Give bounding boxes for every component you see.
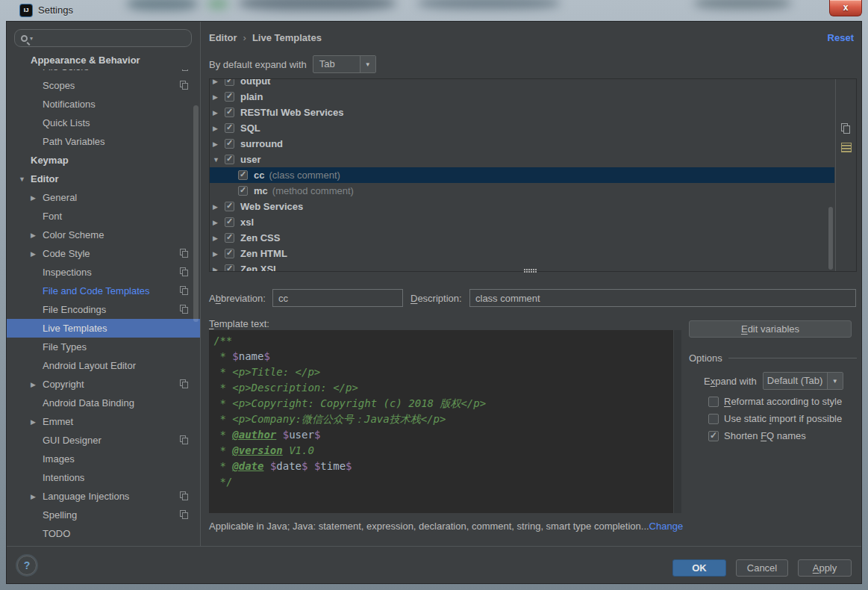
edit-variables-button[interactable]: Edit variables: [689, 320, 852, 338]
chevron-right-icon[interactable]: ▶: [213, 250, 225, 258]
sidebar-item-spelling[interactable]: Spelling: [7, 506, 200, 524]
sidebar-item-font[interactable]: Font: [7, 207, 200, 226]
change-link[interactable]: Change: [649, 521, 684, 532]
template-checkbox[interactable]: [225, 249, 234, 258]
chevron-right-icon[interactable]: ▶: [213, 125, 225, 132]
search-options-caret-icon[interactable]: ▾: [30, 35, 33, 42]
template-row-zen-xsl[interactable]: ▶Zen XSL: [210, 261, 834, 271]
title-bar[interactable]: IJ Settings x: [0, 0, 868, 21]
template-checkbox[interactable]: [225, 92, 234, 102]
sidebar-item-emmet[interactable]: ▶Emmet: [7, 412, 200, 431]
option-checkbox-shorten-fq-names[interactable]: Shorten FQ names: [708, 430, 857, 441]
chevron-right-icon[interactable]: ▶: [31, 250, 43, 258]
reset-link[interactable]: Reset: [828, 32, 854, 43]
template-checkbox[interactable]: [225, 264, 234, 271]
checkbox-icon[interactable]: [708, 414, 719, 424]
sidebar-item-android-layout-editor[interactable]: Android Layout Editor: [7, 356, 200, 375]
template-row-zen-css[interactable]: ▶Zen CSS: [210, 230, 834, 246]
splitter-grip[interactable]: [524, 269, 537, 273]
close-icon[interactable]: x: [829, 0, 862, 16]
chevron-right-icon[interactable]: ▶: [213, 235, 225, 242]
help-icon[interactable]: ?: [17, 556, 37, 575]
option-checkbox-use-static-import-if-possible[interactable]: Use static import if possible: [708, 413, 857, 424]
template-checkbox[interactable]: [225, 217, 234, 227]
template-row-cc[interactable]: cc(class comment): [210, 167, 834, 183]
sidebar-item-general[interactable]: ▶General: [7, 188, 200, 207]
sidebar-item-code-style[interactable]: ▶Code Style: [7, 244, 200, 263]
chevron-right-icon[interactable]: ▶: [31, 381, 43, 388]
sidebar-item-scopes[interactable]: Scopes: [7, 76, 200, 95]
sidebar-item-intentions[interactable]: Intentions: [7, 468, 200, 487]
chevron-right-icon[interactable]: ▶: [213, 266, 225, 272]
template-row-mc[interactable]: mc(method comment): [210, 183, 834, 199]
abbreviation-field[interactable]: [272, 289, 403, 307]
sidebar-item-todo[interactable]: TODO: [7, 524, 200, 543]
chevron-right-icon[interactable]: ▶: [213, 109, 225, 117]
template-checkbox[interactable]: [225, 123, 234, 133]
ok-button[interactable]: OK: [672, 559, 726, 577]
template-row-surround[interactable]: ▶surround: [210, 136, 834, 152]
chevron-down-icon[interactable]: ▼: [360, 56, 375, 72]
sidebar-item-appearance-behavior[interactable]: Appearance & Behavior: [7, 51, 200, 69]
option-checkbox-reformat-according-to-style[interactable]: Reformat according to style: [708, 396, 857, 407]
expand-with-select[interactable]: Default (Tab) ▼: [763, 372, 843, 390]
template-row-sql[interactable]: ▶SQL: [210, 120, 834, 136]
sidebar-item-live-templates[interactable]: Live Templates: [7, 319, 200, 338]
template-row-output[interactable]: ▶output: [210, 79, 834, 89]
sidebar-item-images[interactable]: Images: [7, 450, 200, 468]
sidebar-item-android-data-binding[interactable]: Android Data Binding: [7, 394, 200, 412]
template-row-xsl[interactable]: ▶xsl: [210, 214, 834, 230]
template-checkbox[interactable]: [225, 202, 234, 211]
breadcrumb-editor[interactable]: Editor: [209, 32, 237, 43]
sidebar-item-editor[interactable]: ▼Editor: [7, 170, 200, 188]
sidebar-scrollbar[interactable]: [193, 105, 199, 322]
description-field[interactable]: [469, 289, 856, 307]
duplicate-template-icon[interactable]: [840, 122, 852, 135]
sidebar-item-color-scheme[interactable]: ▶Color Scheme: [7, 226, 200, 244]
template-row-plain[interactable]: ▶plain: [210, 89, 834, 105]
sidebar-item-notifications[interactable]: Notifications: [7, 95, 200, 114]
sidebar-item-file-encodings[interactable]: File Encodings: [7, 300, 200, 319]
template-row-restful-web-services[interactable]: ▶RESTful Web Services: [210, 105, 834, 120]
template-checkbox[interactable]: [238, 186, 248, 196]
template-row-user[interactable]: ▼user: [210, 152, 834, 167]
sidebar-item-language-injections[interactable]: ▶Language Injections: [7, 487, 200, 506]
chevron-down-icon[interactable]: ▼: [827, 373, 843, 389]
sidebar-item-inspections[interactable]: Inspections: [7, 263, 200, 282]
chevron-right-icon[interactable]: ▶: [213, 203, 225, 211]
template-checkbox[interactable]: [225, 155, 234, 164]
template-checkbox[interactable]: [225, 139, 234, 149]
chevron-right-icon[interactable]: ▶: [31, 418, 43, 426]
chevron-right-icon[interactable]: ▶: [31, 493, 43, 500]
search-input[interactable]: ▾: [14, 29, 192, 47]
sidebar-item-file-and-code-templates[interactable]: File and Code Templates: [7, 282, 200, 300]
template-row-zen-html[interactable]: ▶Zen HTML: [210, 246, 834, 261]
add-template-icon[interactable]: [840, 85, 852, 98]
template-checkbox[interactable]: [225, 108, 234, 117]
template-checkbox[interactable]: [238, 170, 248, 180]
cancel-button[interactable]: Cancel: [736, 559, 788, 577]
sidebar-item-keymap[interactable]: Keymap: [7, 151, 200, 170]
template-checkbox[interactable]: [225, 233, 234, 243]
chevron-right-icon[interactable]: ▶: [31, 232, 43, 239]
chevron-right-icon[interactable]: ▶: [213, 219, 225, 226]
chevron-right-icon[interactable]: ▶: [213, 140, 225, 148]
templates-tree-scrollbar[interactable]: [828, 207, 833, 270]
apply-button[interactable]: Apply: [798, 559, 852, 577]
sidebar-item-path-variables[interactable]: Path Variables: [7, 132, 200, 151]
editor-scrollbar[interactable]: [673, 330, 681, 513]
show-description-icon[interactable]: [840, 141, 852, 154]
chevron-right-icon[interactable]: ▶: [213, 93, 225, 101]
template-row-web-services[interactable]: ▶Web Services: [210, 199, 834, 214]
breadcrumb-live-templates[interactable]: Live Templates: [252, 32, 322, 43]
template-text-editor[interactable]: /** * $name$ * <p>Title: </p> * <p>Descr…: [209, 330, 681, 513]
template-checkbox[interactable]: [225, 79, 234, 86]
default-expand-select[interactable]: Tab ▼: [313, 55, 376, 73]
chevron-right-icon[interactable]: ▶: [213, 79, 225, 85]
sidebar-item-file-types[interactable]: File Types: [7, 338, 200, 356]
sidebar-item-gui-designer[interactable]: GUI Designer: [7, 431, 200, 450]
remove-template-icon[interactable]: [840, 104, 852, 117]
chevron-right-icon[interactable]: ▶: [31, 194, 43, 202]
sidebar-item-quick-lists[interactable]: Quick Lists: [7, 114, 200, 132]
chevron-down-icon[interactable]: ▼: [19, 176, 31, 183]
